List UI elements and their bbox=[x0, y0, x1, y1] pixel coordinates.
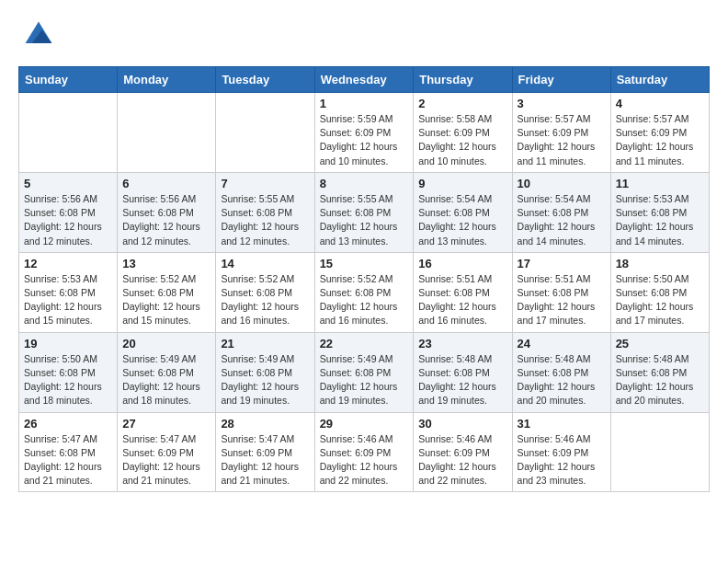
calendar-day-cell bbox=[610, 412, 709, 492]
calendar-day-cell: 8Sunrise: 5:55 AM Sunset: 6:08 PM Daylig… bbox=[314, 172, 414, 252]
day-number: 5 bbox=[24, 177, 112, 190]
calendar-day-cell: 12Sunrise: 5:53 AM Sunset: 6:08 PM Dayli… bbox=[19, 252, 118, 332]
calendar-day-cell: 23Sunrise: 5:48 AM Sunset: 6:08 PM Dayli… bbox=[414, 332, 512, 412]
logo-icon bbox=[22, 18, 55, 52]
day-info: Sunrise: 5:47 AM Sunset: 6:09 PM Dayligh… bbox=[221, 432, 309, 488]
day-info: Sunrise: 5:58 AM Sunset: 6:09 PM Dayligh… bbox=[418, 112, 506, 168]
day-number: 7 bbox=[221, 177, 309, 190]
calendar-day-cell: 29Sunrise: 5:46 AM Sunset: 6:09 PM Dayli… bbox=[314, 412, 414, 492]
calendar-week-row: 5Sunrise: 5:56 AM Sunset: 6:08 PM Daylig… bbox=[19, 172, 710, 252]
calendar-day-cell: 21Sunrise: 5:49 AM Sunset: 6:08 PM Dayli… bbox=[216, 332, 314, 412]
logo bbox=[18, 18, 59, 52]
day-number: 31 bbox=[518, 417, 606, 431]
day-info: Sunrise: 5:53 AM Sunset: 6:08 PM Dayligh… bbox=[24, 272, 112, 328]
day-of-week-header: Monday bbox=[118, 67, 216, 93]
day-number: 3 bbox=[518, 97, 606, 110]
calendar-week-row: 12Sunrise: 5:53 AM Sunset: 6:08 PM Dayli… bbox=[19, 252, 710, 332]
day-info: Sunrise: 5:48 AM Sunset: 6:08 PM Dayligh… bbox=[418, 352, 506, 408]
day-info: Sunrise: 5:46 AM Sunset: 6:09 PM Dayligh… bbox=[320, 432, 409, 488]
day-number: 18 bbox=[616, 257, 704, 270]
day-info: Sunrise: 5:52 AM Sunset: 6:08 PM Dayligh… bbox=[320, 272, 409, 328]
day-info: Sunrise: 5:46 AM Sunset: 6:09 PM Dayligh… bbox=[518, 432, 606, 488]
calendar-day-cell bbox=[19, 93, 118, 173]
day-number: 22 bbox=[320, 337, 409, 350]
calendar-day-cell: 4Sunrise: 5:57 AM Sunset: 6:09 PM Daylig… bbox=[610, 93, 709, 173]
day-number: 4 bbox=[616, 97, 704, 110]
day-number: 24 bbox=[518, 337, 606, 350]
day-info: Sunrise: 5:47 AM Sunset: 6:09 PM Dayligh… bbox=[122, 432, 210, 488]
day-number: 20 bbox=[122, 337, 210, 350]
day-of-week-header: Sunday bbox=[19, 67, 118, 93]
calendar-day-cell: 27Sunrise: 5:47 AM Sunset: 6:09 PM Dayli… bbox=[118, 412, 216, 492]
day-info: Sunrise: 5:53 AM Sunset: 6:08 PM Dayligh… bbox=[616, 192, 704, 248]
day-info: Sunrise: 5:55 AM Sunset: 6:08 PM Dayligh… bbox=[320, 192, 409, 248]
day-info: Sunrise: 5:51 AM Sunset: 6:08 PM Dayligh… bbox=[418, 272, 506, 328]
day-info: Sunrise: 5:59 AM Sunset: 6:09 PM Dayligh… bbox=[320, 112, 409, 168]
day-info: Sunrise: 5:55 AM Sunset: 6:08 PM Dayligh… bbox=[221, 192, 309, 248]
day-of-week-header: Wednesday bbox=[314, 67, 414, 93]
day-number: 15 bbox=[320, 257, 409, 270]
day-number: 16 bbox=[418, 257, 506, 270]
calendar-day-cell: 31Sunrise: 5:46 AM Sunset: 6:09 PM Dayli… bbox=[512, 412, 610, 492]
day-info: Sunrise: 5:47 AM Sunset: 6:08 PM Dayligh… bbox=[24, 432, 112, 488]
calendar-day-cell: 15Sunrise: 5:52 AM Sunset: 6:08 PM Dayli… bbox=[314, 252, 414, 332]
page-header bbox=[18, 18, 710, 52]
day-info: Sunrise: 5:52 AM Sunset: 6:08 PM Dayligh… bbox=[122, 272, 210, 328]
calendar-day-cell: 18Sunrise: 5:50 AM Sunset: 6:08 PM Dayli… bbox=[610, 252, 709, 332]
calendar-day-cell: 1Sunrise: 5:59 AM Sunset: 6:09 PM Daylig… bbox=[314, 93, 414, 173]
day-number: 17 bbox=[518, 257, 606, 270]
day-info: Sunrise: 5:52 AM Sunset: 6:08 PM Dayligh… bbox=[221, 272, 309, 328]
day-number: 30 bbox=[418, 417, 506, 431]
calendar-week-row: 26Sunrise: 5:47 AM Sunset: 6:08 PM Dayli… bbox=[19, 412, 710, 492]
calendar-day-cell: 10Sunrise: 5:54 AM Sunset: 6:08 PM Dayli… bbox=[512, 172, 610, 252]
day-number: 13 bbox=[122, 257, 210, 270]
day-number: 6 bbox=[122, 177, 210, 190]
calendar-day-cell: 20Sunrise: 5:49 AM Sunset: 6:08 PM Dayli… bbox=[118, 332, 216, 412]
day-info: Sunrise: 5:51 AM Sunset: 6:08 PM Dayligh… bbox=[518, 272, 606, 328]
day-number: 25 bbox=[616, 337, 704, 350]
calendar-week-row: 1Sunrise: 5:59 AM Sunset: 6:09 PM Daylig… bbox=[19, 93, 710, 173]
day-info: Sunrise: 5:49 AM Sunset: 6:08 PM Dayligh… bbox=[320, 352, 409, 408]
calendar-day-cell: 30Sunrise: 5:46 AM Sunset: 6:09 PM Dayli… bbox=[414, 412, 512, 492]
day-number: 19 bbox=[24, 337, 112, 350]
calendar-day-cell: 26Sunrise: 5:47 AM Sunset: 6:08 PM Dayli… bbox=[19, 412, 118, 492]
day-number: 2 bbox=[418, 97, 506, 110]
day-info: Sunrise: 5:49 AM Sunset: 6:08 PM Dayligh… bbox=[122, 352, 210, 408]
day-number: 29 bbox=[320, 417, 409, 431]
day-number: 11 bbox=[616, 177, 704, 190]
day-info: Sunrise: 5:54 AM Sunset: 6:08 PM Dayligh… bbox=[518, 192, 606, 248]
calendar-day-cell: 5Sunrise: 5:56 AM Sunset: 6:08 PM Daylig… bbox=[19, 172, 118, 252]
day-number: 28 bbox=[221, 417, 309, 431]
day-info: Sunrise: 5:56 AM Sunset: 6:08 PM Dayligh… bbox=[122, 192, 210, 248]
calendar-day-cell: 13Sunrise: 5:52 AM Sunset: 6:08 PM Dayli… bbox=[118, 252, 216, 332]
day-number: 21 bbox=[221, 337, 309, 350]
calendar-day-cell: 7Sunrise: 5:55 AM Sunset: 6:08 PM Daylig… bbox=[216, 172, 314, 252]
day-number: 1 bbox=[320, 97, 409, 110]
day-info: Sunrise: 5:48 AM Sunset: 6:08 PM Dayligh… bbox=[616, 352, 704, 408]
calendar-day-cell: 11Sunrise: 5:53 AM Sunset: 6:08 PM Dayli… bbox=[610, 172, 709, 252]
day-number: 26 bbox=[24, 417, 112, 431]
day-number: 27 bbox=[122, 417, 210, 431]
day-number: 10 bbox=[518, 177, 606, 190]
day-of-week-header: Saturday bbox=[610, 67, 709, 93]
calendar-day-cell: 19Sunrise: 5:50 AM Sunset: 6:08 PM Dayli… bbox=[19, 332, 118, 412]
calendar-day-cell: 14Sunrise: 5:52 AM Sunset: 6:08 PM Dayli… bbox=[216, 252, 314, 332]
day-info: Sunrise: 5:49 AM Sunset: 6:08 PM Dayligh… bbox=[221, 352, 309, 408]
day-number: 9 bbox=[418, 177, 506, 190]
day-info: Sunrise: 5:57 AM Sunset: 6:09 PM Dayligh… bbox=[518, 112, 606, 168]
calendar-header-row: SundayMondayTuesdayWednesdayThursdayFrid… bbox=[19, 67, 710, 93]
day-info: Sunrise: 5:46 AM Sunset: 6:09 PM Dayligh… bbox=[418, 432, 506, 488]
day-number: 14 bbox=[221, 257, 309, 270]
day-info: Sunrise: 5:50 AM Sunset: 6:08 PM Dayligh… bbox=[24, 352, 112, 408]
day-number: 8 bbox=[320, 177, 409, 190]
calendar-day-cell: 9Sunrise: 5:54 AM Sunset: 6:08 PM Daylig… bbox=[414, 172, 512, 252]
day-info: Sunrise: 5:54 AM Sunset: 6:08 PM Dayligh… bbox=[418, 192, 506, 248]
calendar-day-cell: 17Sunrise: 5:51 AM Sunset: 6:08 PM Dayli… bbox=[512, 252, 610, 332]
calendar-day-cell: 16Sunrise: 5:51 AM Sunset: 6:08 PM Dayli… bbox=[414, 252, 512, 332]
day-number: 12 bbox=[24, 257, 112, 270]
day-info: Sunrise: 5:57 AM Sunset: 6:09 PM Dayligh… bbox=[616, 112, 704, 168]
day-of-week-header: Tuesday bbox=[216, 67, 314, 93]
calendar-week-row: 19Sunrise: 5:50 AM Sunset: 6:08 PM Dayli… bbox=[19, 332, 710, 412]
calendar-day-cell: 3Sunrise: 5:57 AM Sunset: 6:09 PM Daylig… bbox=[512, 93, 610, 173]
calendar-table: SundayMondayTuesdayWednesdayThursdayFrid… bbox=[18, 66, 710, 492]
